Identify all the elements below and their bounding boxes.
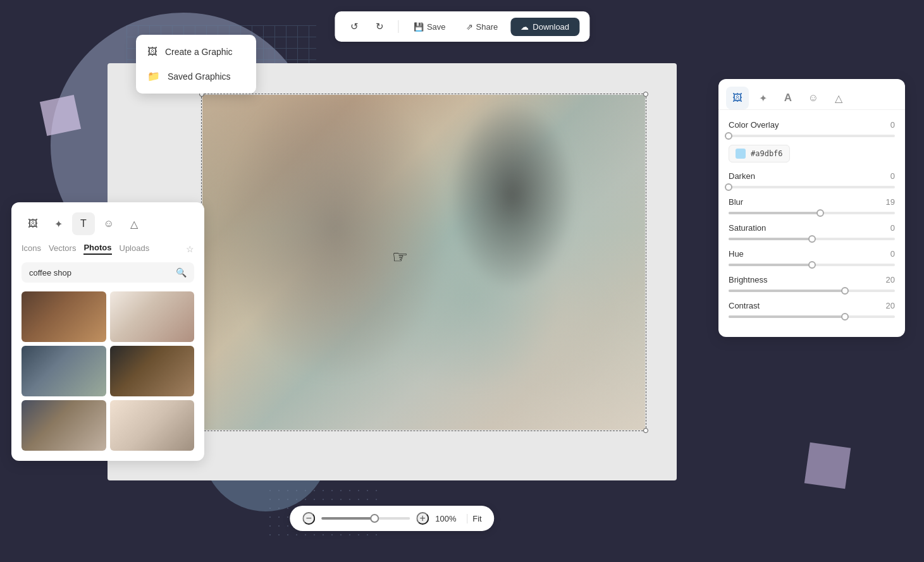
hue-slider[interactable] [729, 264, 895, 266]
save-icon: 💾 [414, 22, 424, 32]
photo-thumb-1[interactable] [22, 291, 106, 342]
color-swatch[interactable]: #a9dbf6 [729, 145, 790, 162]
color-overlay-slider[interactable] [729, 135, 895, 137]
save-button[interactable]: 💾 Save [406, 18, 453, 35]
canvas-image [202, 95, 645, 430]
swatch-color-box [736, 149, 746, 159]
photo-thumb-4[interactable] [110, 346, 195, 396]
download-button[interactable]: ☁ Download [510, 18, 579, 36]
panel-tabs: 🖼 ✦ T ☺ △ [22, 212, 194, 235]
share-button[interactable]: ⇗ Share [459, 18, 506, 35]
hue-label: Hue [729, 249, 744, 259]
hue-thumb[interactable] [808, 261, 816, 269]
save-label: Save [427, 22, 446, 32]
zoom-percent: 100% [435, 514, 460, 523]
zoom-slider-thumb[interactable] [370, 514, 379, 523]
zoom-slider[interactable] [321, 517, 410, 520]
toolbar-divider [398, 20, 398, 33]
blur-label: Blur [729, 197, 743, 207]
rp-tab-image[interactable]: 🖼 [726, 87, 749, 109]
canvas-image-wrapper[interactable] [202, 95, 645, 430]
blur-value: 19 [886, 197, 895, 207]
contrast-slider[interactable] [729, 315, 895, 318]
photo-thumb-2[interactable] [110, 291, 195, 342]
saturation-section: Saturation 0 [718, 223, 905, 240]
brightness-thumb[interactable] [841, 287, 849, 295]
dropdown-menu: 🖼 Create a Graphic 📁 Saved Graphics [136, 35, 256, 94]
hue-header: Hue 0 [729, 249, 895, 259]
brightness-fill [729, 290, 845, 292]
hue-value: 0 [890, 249, 895, 259]
right-panel: 🖼 ✦ A ☺ △ Color Overlay 0 #a9dbf6 Darken… [718, 79, 905, 337]
rp-tab-shape[interactable]: △ [827, 87, 850, 109]
blur-thumb[interactable] [816, 209, 824, 217]
contrast-value: 20 [886, 301, 895, 310]
star-icon[interactable]: ☆ [186, 244, 194, 254]
search-input[interactable] [29, 268, 171, 278]
rp-tab-emoji[interactable]: ☺ [802, 87, 825, 109]
rp-tab-magic[interactable]: ✦ [751, 87, 774, 109]
tab-emoji[interactable]: ☺ [97, 212, 120, 235]
saturation-label: Saturation [729, 223, 766, 233]
rp-tab-text[interactable]: A [777, 87, 799, 109]
zoom-bar: − + 100% Fit [290, 506, 494, 531]
saturation-thumb[interactable] [808, 235, 816, 243]
search-icon[interactable]: 🔍 [176, 267, 187, 278]
darken-label: Darken [729, 171, 755, 181]
photo-thumb-3[interactable] [22, 346, 106, 396]
create-graphic-item[interactable]: 🖼 Create a Graphic [136, 40, 256, 64]
redo-button[interactable]: ↻ [370, 16, 390, 37]
tab-text[interactable]: T [72, 212, 95, 235]
contrast-header: Contrast 20 [729, 301, 895, 310]
zoom-fit-button[interactable]: Fit [467, 514, 481, 523]
download-icon: ☁ [521, 22, 529, 32]
darken-section: Darken 0 [718, 171, 905, 188]
create-graphic-label: Create a Graphic [165, 47, 233, 57]
contrast-thumb[interactable] [841, 313, 849, 321]
download-label: Download [533, 22, 569, 32]
darken-header: Darken 0 [729, 171, 895, 181]
photo-thumb-5[interactable] [22, 400, 106, 451]
saved-graphics-label: Saved Graphics [168, 71, 231, 82]
darken-slider[interactable] [729, 186, 895, 188]
darken-value: 0 [890, 171, 895, 181]
saturation-value: 0 [890, 223, 895, 233]
subtab-photos[interactable]: Photos [83, 243, 111, 255]
tab-image[interactable]: 🖼 [22, 212, 44, 235]
left-panel: 🖼 ✦ T ☺ △ Icons Vectors Photos Uploads ☆… [11, 202, 204, 461]
blur-fill [729, 212, 820, 214]
color-overlay-section: Color Overlay 0 #a9dbf6 [718, 120, 905, 162]
contrast-section: Contrast 20 [718, 301, 905, 318]
handle-bottom-right[interactable] [643, 428, 648, 433]
subtab-vectors[interactable]: Vectors [49, 243, 76, 254]
tab-magic[interactable]: ✦ [47, 212, 70, 235]
brightness-slider[interactable] [729, 290, 895, 292]
zoom-in-button[interactable]: + [416, 512, 429, 525]
right-panel-tabs: 🖼 ✦ A ☺ △ [718, 79, 905, 110]
color-overlay-header: Color Overlay 0 [729, 120, 895, 130]
saved-graphics-icon: 📁 [147, 70, 160, 82]
zoom-slider-fill [321, 517, 374, 520]
search-box: 🔍 [22, 262, 194, 283]
photo-thumb-6[interactable] [110, 400, 195, 451]
contrast-label: Contrast [729, 301, 760, 310]
zoom-out-button[interactable]: − [302, 512, 315, 525]
subtab-icons[interactable]: Icons [22, 243, 41, 254]
tab-shape[interactable]: △ [123, 212, 145, 235]
saturation-fill [729, 238, 812, 240]
deco-sticky-1 [40, 95, 81, 136]
saved-graphics-item[interactable]: 📁 Saved Graphics [136, 64, 256, 89]
undo-button[interactable]: ↺ [345, 16, 365, 37]
color-overlay-thumb[interactable] [725, 132, 732, 140]
saturation-slider[interactable] [729, 238, 895, 240]
contrast-fill [729, 315, 845, 318]
subtab-uploads[interactable]: Uploads [120, 243, 150, 254]
blur-slider[interactable] [729, 212, 895, 214]
blur-header: Blur 19 [729, 197, 895, 207]
hue-fill [729, 264, 812, 266]
darken-thumb[interactable] [725, 183, 732, 191]
blur-section: Blur 19 [718, 197, 905, 214]
handle-top-right[interactable] [643, 92, 648, 97]
brightness-header: Brightness 20 [729, 275, 895, 284]
color-overlay-value: 0 [890, 120, 895, 130]
